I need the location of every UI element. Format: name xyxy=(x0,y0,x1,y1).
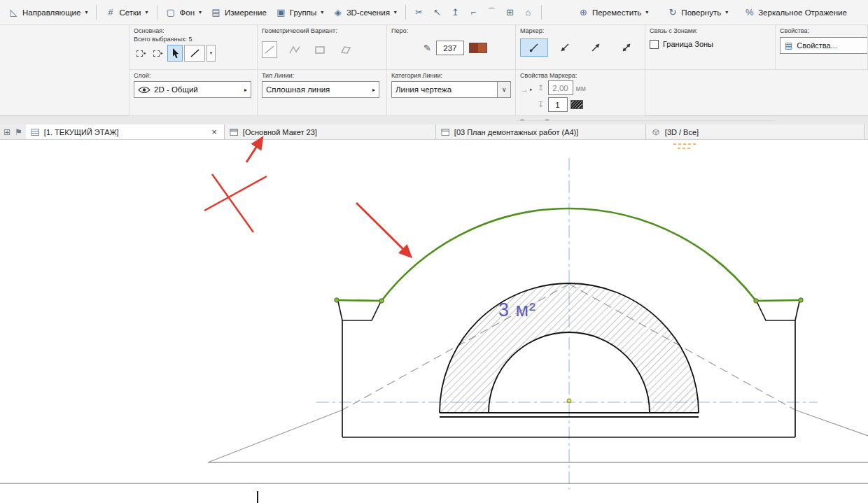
frame-icon: ⊞ xyxy=(506,7,514,17)
caret-right-icon: ▸ xyxy=(160,50,163,56)
section-layer: Слой: 2D - Общий ▸ xyxy=(130,70,258,116)
navigator-panes-icon[interactable]: ⊞ xyxy=(4,127,10,137)
tab-master-layout-23[interactable]: [Основной Макет 23] xyxy=(225,125,436,139)
line-category-value: Линия чертежа xyxy=(396,85,451,94)
marker-fill-swatch[interactable] xyxy=(570,100,583,109)
corner-icon: ⌐ xyxy=(471,7,477,17)
marker-size-input[interactable] xyxy=(548,80,573,95)
rotated-rectangle-icon xyxy=(339,44,351,55)
selection-set-button[interactable]: ▸ xyxy=(134,45,149,62)
line-category-combo[interactable]: Линия чертежа ∨ xyxy=(391,81,511,98)
pen-color-swatch[interactable] xyxy=(469,43,487,53)
cube-icon: ◈ xyxy=(332,8,343,17)
adjust-button[interactable]: ↥ xyxy=(447,4,464,20)
properties-list-icon: ▤ xyxy=(785,41,792,50)
measure-icon: ▤ xyxy=(211,8,221,17)
sections-3d-label: 3D-сечения xyxy=(346,8,390,17)
rotate-icon: ↻ xyxy=(667,8,678,17)
eye-icon xyxy=(138,86,150,94)
marker-count-input[interactable] xyxy=(548,97,568,112)
guides-button[interactable]: ◺ Направляющие ▾ xyxy=(4,6,92,19)
toolbar-separator xyxy=(96,5,97,20)
section-linetype: Тип Линии: Сплошная линия ▸ xyxy=(258,70,387,116)
sections-3d-button[interactable]: ◈ 3D-сечения ▾ xyxy=(328,6,401,19)
geometry-rectangle-button[interactable] xyxy=(312,41,328,58)
rotate-button[interactable]: ↻ Повернуть ▾ xyxy=(663,6,732,19)
tab-label: [3D / Все] xyxy=(665,128,699,136)
measure-label: Измерение xyxy=(225,8,267,17)
tab-current-floor[interactable]: [1. ТЕКУЩИЙ ЭТАЖ] × xyxy=(26,125,225,139)
chevron-down-icon: ▾ xyxy=(145,9,148,15)
roof-tool-button[interactable]: ⌂ xyxy=(519,4,537,20)
guides-icon: ◺ xyxy=(8,8,19,17)
close-icon[interactable]: × xyxy=(209,127,219,137)
move-button[interactable]: ⊕ Переместить ▾ xyxy=(574,6,652,19)
background-label: Фон xyxy=(180,8,195,17)
section-uniform-parameters: Единые Параметры: ✓ Единые Параметры для… xyxy=(516,116,776,121)
section-basic: Основная: Всего выбранных: 5 ▸ ▸ xyxy=(130,25,258,70)
toolbar-separator xyxy=(405,5,406,20)
resize-button[interactable]: ⊞ xyxy=(501,4,519,20)
drawing-canvas[interactable]: 3 м² xyxy=(0,140,868,503)
properties-button[interactable]: ▤ Свойства... ▸ xyxy=(780,37,868,54)
selected-count: Всего выбранных: 5 xyxy=(134,36,253,43)
combo-dropdown-button[interactable]: ∨ xyxy=(498,81,511,98)
grids-label: Сетки xyxy=(119,8,141,17)
pen-icon: ✎ xyxy=(424,43,431,53)
infobox-spacer xyxy=(0,25,130,116)
trim-button[interactable]: ✂ xyxy=(410,4,428,20)
tab-3d-all[interactable]: [3D / Все] xyxy=(646,125,864,139)
background-button[interactable]: ▢ Фон ▾ xyxy=(162,6,206,19)
background-icon: ▢ xyxy=(166,8,176,17)
geometry-polyline-button[interactable] xyxy=(287,41,302,58)
chevron-down-icon: ▾ xyxy=(645,9,648,15)
caret-right-icon: ▸ xyxy=(144,50,146,56)
line-tool-button[interactable] xyxy=(184,45,205,62)
dimension-up-icon: ↥ xyxy=(537,83,545,92)
geometry-section-title: Геометрический Вариант: xyxy=(262,27,382,34)
measure-button[interactable]: ▤ Измерение xyxy=(206,6,271,19)
area-label: 3 м² xyxy=(498,299,536,321)
tab-flag-icon[interactable]: ⚑ xyxy=(15,127,22,137)
fillet-button[interactable]: ⌒ xyxy=(483,3,500,22)
pick-up-parameters-button[interactable]: ↖ xyxy=(428,4,446,20)
layer-section-title: Слой: xyxy=(134,72,253,79)
layer-selector[interactable]: 2D - Общий ▸ xyxy=(134,81,251,98)
chevron-down-icon: ▾ xyxy=(210,50,213,56)
marquee-mode-button[interactable]: ▸ xyxy=(150,45,166,62)
properties-section-title: Свойства: xyxy=(780,27,863,34)
tab-demolition-plan[interactable]: [03 План демонтажных работ (A4)] xyxy=(436,125,646,139)
geometry-rotated-rectangle-button[interactable] xyxy=(337,41,353,58)
zone-boundary-checkbox[interactable] xyxy=(650,40,659,49)
marker-arrow-end-icon xyxy=(589,41,602,54)
single-line-icon xyxy=(263,44,276,55)
chevron-down-icon: ▾ xyxy=(85,9,88,15)
roof-icon: ⌂ xyxy=(525,7,531,17)
arrow-tool-button[interactable] xyxy=(167,45,183,62)
cursor-icon xyxy=(170,48,180,59)
scissors-icon: ✂ xyxy=(415,7,423,17)
intersect-button[interactable]: ⌐ xyxy=(465,4,482,20)
mirror-label: Зеркальное Отражение xyxy=(758,8,847,17)
marker-properties-title: Свойства Маркера: xyxy=(520,72,640,79)
info-box: Основная: Всего выбранных: 5 ▸ ▸ xyxy=(0,25,868,116)
marker-type-button[interactable]: → ▸ xyxy=(520,85,533,94)
marker-arrow-end-button[interactable] xyxy=(582,38,610,57)
line-icon xyxy=(189,48,200,59)
move-icon: ⊕ xyxy=(578,8,589,17)
pen-number-input[interactable] xyxy=(436,41,464,55)
marker-simple-button[interactable] xyxy=(520,38,548,57)
grids-button[interactable]: # Сетки ▾ xyxy=(101,6,152,19)
mirror-button[interactable]: % Зеркальное Отражение xyxy=(740,6,851,19)
groups-button[interactable]: ▣ Группы ▾ xyxy=(272,6,328,19)
chevron-down-icon: ▾ xyxy=(394,9,397,15)
tab-label: [1. ТЕКУЩИЙ ЭТАЖ] xyxy=(44,128,119,136)
uniform-parameters-title: Единые Параметры: xyxy=(520,118,771,121)
linetype-selector[interactable]: Сплошная линия ▸ xyxy=(262,81,379,98)
arc-icon: ⌒ xyxy=(487,7,496,17)
geometry-line-button[interactable] xyxy=(262,41,277,58)
line-tool-dropdown[interactable]: ▾ xyxy=(206,45,216,62)
marker-arrow-start-button[interactable] xyxy=(551,38,579,57)
section-pen: Перо: ✎ xyxy=(387,25,516,70)
marker-arrow-both-button[interactable] xyxy=(612,38,640,57)
